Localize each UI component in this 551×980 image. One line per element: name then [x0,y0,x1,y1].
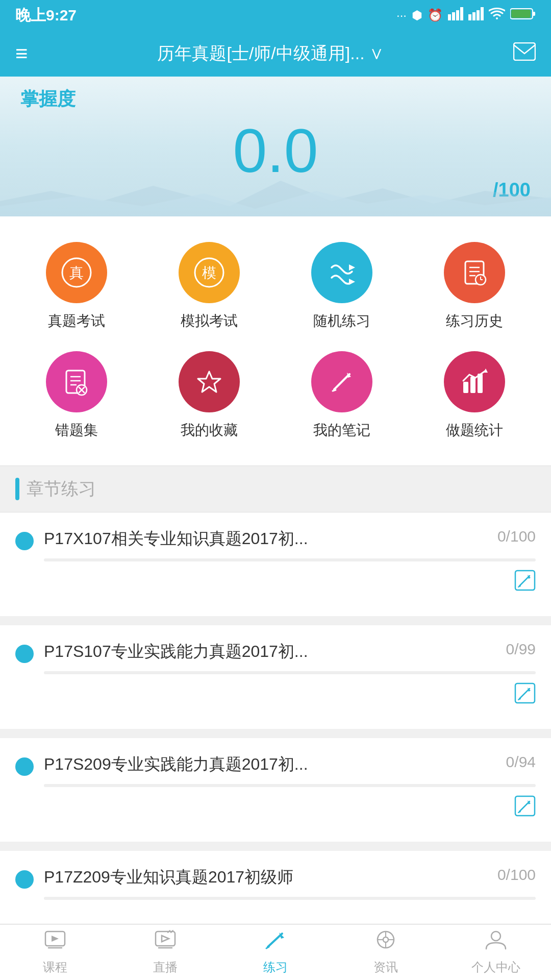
edit-icon-2[interactable] [514,682,536,708]
bluetooth-icon: ⬢ [412,8,422,22]
func-collect[interactable]: 我的收藏 [143,346,276,455]
list-count-3: 0/94 [506,753,536,771]
wrong-label: 错题集 [55,421,98,440]
mastery-label: 掌握度 [20,87,531,112]
func-zhenti[interactable]: 真 真题考试 [10,237,143,346]
wifi-icon [489,7,505,23]
list-count-1: 0/100 [497,528,536,545]
moni-circle: 模 [179,242,240,303]
notes-circle [311,351,372,412]
mastery-section: 掌握度 0.0 /100 [0,77,551,216]
svg-marker-52 [162,936,169,942]
list-count-4: 0/100 [497,866,536,884]
nav-live[interactable]: 直播 [110,924,220,980]
list-dot-1 [15,532,34,550]
list-content-1: P17X107相关专业知识真题2017初... 0/100 [44,528,536,601]
notes-label: 我的笔记 [313,421,370,440]
list-content-3: P17S209专业实践能力真题2017初... 0/94 [44,753,536,826]
svg-line-34 [333,390,336,391]
svg-rect-1 [452,12,455,20]
bottom-nav: 课程 直播 练习 [0,924,551,980]
svg-rect-35 [463,382,468,393]
edit-icon-1[interactable] [514,570,536,596]
svg-line-55 [171,930,173,933]
list-name-2: P17S107专业实践能力真题2017初... [44,641,496,663]
list-item[interactable]: P17X107相关专业知识真题2017初... 0/100 [0,512,551,625]
list-actions-1 [44,570,536,601]
svg-text:真: 真 [69,265,84,281]
svg-point-64 [491,932,500,941]
list-name-3: P17S209专业实践能力真题2017初... [44,753,496,776]
svg-marker-32 [198,372,220,392]
list-actions-2 [44,682,536,714]
svg-marker-49 [52,936,59,942]
func-wrong[interactable]: 错题集 [10,346,143,455]
list-dot-3 [15,757,34,776]
list-item[interactable]: P17S209专业实践能力真题2017初... 0/94 [0,738,551,851]
svg-line-47 [518,812,520,813]
svg-line-40 [519,576,530,586]
svg-rect-6 [477,10,480,20]
func-history[interactable]: 练习历史 [408,237,541,346]
list-dot-4 [15,870,34,889]
section-bar [15,478,19,500]
stats-label: 做题统计 [446,421,503,440]
nav-profile[interactable]: 个人中心 [441,924,551,980]
suiji-circle [311,242,372,303]
course-icon [43,929,67,955]
svg-line-43 [519,689,530,699]
nav-course[interactable]: 课程 [0,924,110,980]
signal-dots-icon: ··· [396,8,407,22]
list-content-2: P17S107专业实践能力真题2017初... 0/99 [44,641,536,714]
svg-rect-9 [533,12,535,16]
mastery-score: 0.0 [20,117,531,184]
list-progress-4 [44,897,536,900]
zhenti-circle: 真 [46,242,107,303]
list-item[interactable]: P17Z209专业知识真题2017初级师 0/100 [0,851,551,923]
svg-marker-16 [349,264,355,271]
func-moni[interactable]: 模 模拟考试 [143,237,276,346]
list-actions-3 [44,795,536,826]
mail-icon[interactable] [513,42,536,65]
list-progress-2 [44,671,536,674]
chapter-section-header: 章节练习 [0,465,551,512]
edit-icon-3[interactable] [514,795,536,821]
svg-rect-2 [456,10,459,20]
func-suiji[interactable]: 随机练习 [276,237,408,346]
list-progress-1 [44,558,536,561]
nav-news[interactable]: 资讯 [331,924,441,980]
header-title: 历年真题[士/师/中级通用]... ∨ [157,42,384,65]
signal1-icon [448,7,463,23]
list-dot-2 [15,645,34,663]
section-title: 章节练习 [27,477,96,501]
svg-rect-11 [514,43,535,60]
news-label: 资讯 [373,959,398,975]
collect-circle [179,351,240,412]
svg-text:模: 模 [202,265,216,281]
func-stats[interactable]: 做题统计 [408,346,541,455]
svg-point-59 [383,937,388,942]
stats-circle [444,351,505,412]
live-icon [154,929,177,955]
moni-label: 模拟考试 [181,311,238,331]
nav-exercise[interactable]: 练习 [220,924,331,980]
status-bar: 晚上9:27 ··· ⬢ ⏰ [0,0,551,31]
func-notes[interactable]: 我的笔记 [276,346,408,455]
svg-line-57 [266,947,269,948]
exercise-label: 练习 [263,959,288,975]
svg-line-44 [518,699,520,700]
menu-icon[interactable]: ≡ [15,41,28,66]
signal2-icon [468,7,484,23]
collect-label: 我的收藏 [181,421,238,440]
svg-rect-7 [481,7,484,20]
list-name-1: P17X107相关专业知识真题2017初... [44,528,487,550]
svg-line-41 [518,586,520,587]
alarm-icon: ⏰ [428,8,443,22]
list-content-4: P17Z209专业知识真题2017初级师 0/100 [44,866,536,908]
app-header: ≡ 历年真题[士/师/中级通用]... ∨ [0,31,551,77]
svg-line-56 [268,934,282,947]
history-circle [444,242,505,303]
list-name-4: P17Z209专业知识真题2017初级师 [44,866,487,889]
course-label: 课程 [43,959,67,975]
list-item[interactable]: P17S107专业实践能力真题2017初... 0/99 [0,625,551,738]
